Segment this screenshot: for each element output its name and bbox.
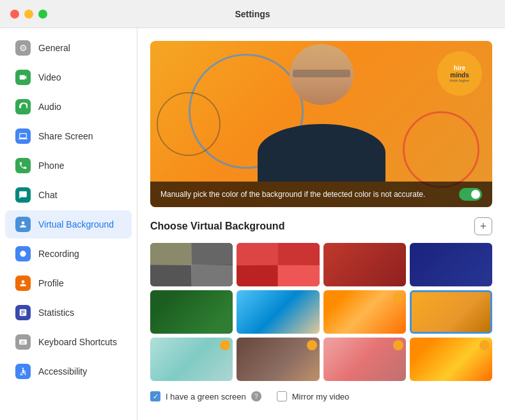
maximize-button[interactable] xyxy=(38,10,47,19)
gear-icon: ⚙ xyxy=(15,40,31,56)
sidebar-item-share-screen[interactable]: Share Screen xyxy=(5,122,132,150)
poster-grid-1 xyxy=(150,243,233,286)
close-button[interactable] xyxy=(10,10,19,19)
statistics-icon xyxy=(15,305,31,320)
profile-icon xyxy=(15,276,31,291)
person-body xyxy=(258,124,385,182)
mirror-video-group: Mirror my video xyxy=(277,391,350,401)
add-icon: + xyxy=(480,220,487,233)
video-icon xyxy=(15,70,31,85)
sidebar-label-recording: Recording xyxy=(38,249,79,259)
poster-grid-2 xyxy=(237,243,319,286)
background-thumb-12[interactable] xyxy=(410,338,492,381)
new-badge-9 xyxy=(220,340,230,350)
headphones-icon xyxy=(15,99,31,114)
green-screen-label: I have a green screen xyxy=(166,392,246,401)
sidebar-label-audio: Audio xyxy=(38,102,61,112)
sidebar-label-chat: Chat xyxy=(38,190,58,200)
background-thumb-9[interactable] xyxy=(150,338,233,381)
circle-dark xyxy=(157,92,221,156)
mirror-video-checkbox[interactable] xyxy=(277,391,287,401)
main-layout: ⚙ General Video Audio Share Screen xyxy=(0,28,505,420)
sidebar: ⚙ General Video Audio Share Screen xyxy=(0,28,137,420)
sidebar-label-phone: Phone xyxy=(38,160,64,171)
recording-icon xyxy=(15,246,31,261)
sidebar-item-profile[interactable]: Profile xyxy=(5,269,132,297)
brand-hire: hire xyxy=(454,65,465,72)
sidebar-item-general[interactable]: ⚙ General xyxy=(5,34,132,62)
background-thumb-4[interactable] xyxy=(410,243,492,286)
minimize-button[interactable] xyxy=(24,10,33,19)
circle-red xyxy=(403,111,479,188)
window-title: Settings xyxy=(235,9,270,19)
background-thumb-5[interactable] xyxy=(150,290,233,334)
sidebar-item-keyboard-shortcuts[interactable]: Keyboard Shortcuts xyxy=(5,328,132,356)
green-screen-group: I have a green screen ? xyxy=(150,391,261,401)
section-header: Choose Virtual Background + xyxy=(150,217,492,235)
person-container xyxy=(245,44,398,182)
title-bar: Settings xyxy=(0,0,505,28)
bottom-options: I have a green screen ? Mirror my video xyxy=(150,391,492,401)
background-thumb-2[interactable] xyxy=(237,243,319,286)
new-badge-11 xyxy=(393,340,403,350)
new-badge-12 xyxy=(479,340,490,350)
content-area: hire minds think higher Manually pick th… xyxy=(137,28,505,420)
sidebar-label-profile: Profile xyxy=(38,278,64,288)
background-thumb-1[interactable] xyxy=(150,243,233,286)
accessibility-icon xyxy=(15,364,31,379)
sidebar-label-general: General xyxy=(38,43,70,53)
title-bar-buttons xyxy=(10,10,47,19)
sidebar-item-audio[interactable]: Audio xyxy=(5,93,132,121)
background-thumb-10[interactable] xyxy=(237,338,319,381)
background-thumb-6[interactable] xyxy=(237,290,319,334)
mirror-video-label: Mirror my video xyxy=(292,392,350,401)
sidebar-label-accessibility: Accessibility xyxy=(38,366,87,377)
color-pick-toggle[interactable] xyxy=(459,188,482,201)
brand-tagline: think higher xyxy=(449,79,469,82)
sidebar-label-video: Video xyxy=(38,72,61,82)
background-thumb-11[interactable] xyxy=(323,338,406,381)
svg-point-0 xyxy=(20,251,26,256)
sidebar-label-virtual-background: Virtual Background xyxy=(38,219,114,229)
sidebar-item-recording[interactable]: Recording xyxy=(5,240,132,268)
sidebar-item-statistics[interactable]: Statistics xyxy=(5,299,132,327)
sidebar-label-share-screen: Share Screen xyxy=(38,131,93,141)
brand-minds: minds xyxy=(450,72,469,79)
brand-badge: hire minds think higher xyxy=(437,51,482,96)
sidebar-item-virtual-background[interactable]: Virtual Background xyxy=(5,210,132,238)
sidebar-item-chat[interactable]: Chat xyxy=(5,181,132,209)
sidebar-item-phone[interactable]: Phone xyxy=(5,152,132,180)
chat-icon xyxy=(15,187,31,203)
add-background-button[interactable]: + xyxy=(474,217,492,235)
section-title: Choose Virtual Background xyxy=(150,221,284,232)
new-badge-7 xyxy=(393,293,403,303)
svg-point-1 xyxy=(22,368,24,369)
video-overlay: Manually pick the color of the backgroun… xyxy=(150,182,492,207)
sidebar-item-accessibility[interactable]: Accessibility xyxy=(5,357,132,385)
virtual-background-icon xyxy=(15,217,31,232)
video-preview: hire minds think higher Manually pick th… xyxy=(150,41,492,207)
phone-icon xyxy=(15,158,31,173)
background-thumb-8[interactable] xyxy=(410,290,492,334)
sidebar-item-video[interactable]: Video xyxy=(5,63,132,91)
green-screen-checkbox[interactable] xyxy=(150,391,160,401)
keyboard-icon xyxy=(15,334,31,350)
background-thumb-3[interactable] xyxy=(323,243,406,286)
sidebar-label-statistics: Statistics xyxy=(38,307,74,318)
overlay-message: Manually pick the color of the backgroun… xyxy=(160,189,451,200)
sidebar-label-keyboard-shortcuts: Keyboard Shortcuts xyxy=(38,337,117,347)
background-grid xyxy=(150,243,492,381)
share-screen-icon xyxy=(15,128,31,144)
background-thumb-7[interactable] xyxy=(323,290,406,334)
person-glasses xyxy=(293,70,350,77)
green-screen-help-icon[interactable]: ? xyxy=(251,391,261,401)
new-badge-10 xyxy=(307,340,317,350)
